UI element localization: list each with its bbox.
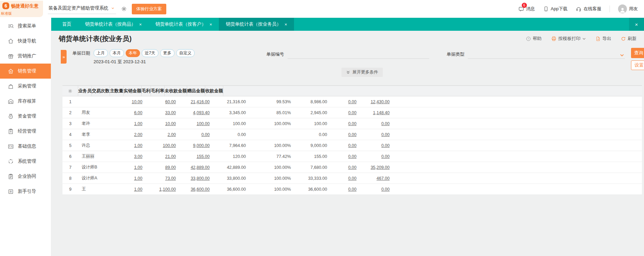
cell-main-quantity[interactable]: 73.00 — [147, 173, 181, 184]
print-by-template-button[interactable]: 按模板打印 — [551, 36, 586, 42]
column-header[interactable]: 未收款金额 — [165, 86, 187, 96]
cell-received-amount[interactable]: 0.00 — [361, 129, 394, 140]
cell-main-quantity[interactable]: 100.00 — [147, 140, 181, 151]
cell-sales-amount[interactable]: 155.00 — [181, 151, 214, 162]
gear-icon[interactable] — [121, 6, 127, 12]
date-range-value[interactable]: 2023-01-01 至 2023-12-31 — [94, 59, 195, 65]
sidebar-item[interactable]: 新手引导 — [0, 184, 51, 199]
cell-transaction-count[interactable]: 1.00 — [113, 140, 147, 151]
cell-transaction-count[interactable]: 1.00 — [113, 173, 147, 184]
expand-more-conditions-button[interactable]: 展开更多条件 — [341, 68, 383, 77]
cell-gift-amount[interactable]: 0.00 — [332, 96, 361, 107]
chevron-down-icon[interactable] — [582, 37, 586, 41]
sidebar-item[interactable]: 营销推广 — [0, 49, 51, 64]
column-header[interactable]: 业务员 — [78, 86, 92, 96]
cell-sales-amount[interactable]: 0.00 — [181, 129, 214, 140]
cell-transaction-count[interactable]: 10.00 — [113, 96, 147, 107]
column-settings-cell[interactable] — [62, 86, 78, 96]
cell-received-amount[interactable]: 0.00 — [361, 184, 394, 194]
trial-solution-button[interactable]: 体验行业方案 — [132, 4, 166, 14]
column-header[interactable]: 赠品金额 — [187, 86, 205, 96]
cell-gift-amount[interactable]: 0.00 — [332, 173, 361, 184]
cell-transaction-count[interactable]: 3.00 — [113, 151, 147, 162]
column-header[interactable]: 实销金额 — [124, 86, 142, 96]
cell-received-amount[interactable]: 12,430.00 — [361, 96, 394, 107]
cell-transaction-count[interactable]: 1.00 — [113, 118, 147, 129]
cell-received-amount[interactable]: 35,209.00 — [361, 162, 394, 173]
cell-sales-amount[interactable]: 36,600.00 — [181, 184, 214, 194]
date-pill[interactable]: 本月 — [110, 49, 124, 57]
close-icon[interactable]: × — [210, 22, 212, 27]
sidebar-item[interactable]: 资金管理 — [0, 109, 51, 124]
cell-sales-amount[interactable]: 100.00 — [181, 118, 214, 129]
app-download-button[interactable]: App下载 — [543, 6, 568, 12]
cell-gift-amount[interactable]: 0.00 — [332, 118, 361, 129]
cell-gift-amount[interactable]: 0.00 — [332, 162, 361, 173]
tab[interactable]: 首页 × — [55, 18, 78, 31]
close-icon[interactable]: × — [139, 22, 142, 27]
sidebar-item[interactable]: 库存核算 — [0, 94, 51, 109]
column-header[interactable]: 主数量 — [110, 86, 124, 96]
column-header[interactable]: 收款金额 — [205, 86, 223, 96]
online-service-button[interactable]: 在线客服 — [576, 6, 601, 12]
column-header[interactable]: 毛利率 — [151, 86, 165, 96]
export-button[interactable]: 导出 — [596, 36, 611, 42]
cell-gift-amount[interactable]: 0.00 — [332, 129, 361, 140]
settings-button[interactable]: 设置 — [631, 60, 644, 70]
cell-received-amount[interactable]: 0.00 — [361, 118, 394, 129]
tab[interactable]: 销货单统计表（按业务员） × — [219, 18, 294, 31]
cell-sales-amount[interactable]: 21,416.00 — [181, 96, 214, 107]
cell-transaction-count[interactable]: 2.00 — [113, 129, 147, 140]
sidebar-item[interactable]: 采购管理 — [0, 79, 51, 94]
cell-received-amount[interactable]: 1,148.40 — [361, 107, 394, 118]
sidebar-item[interactable]: 企业协同 — [0, 169, 51, 184]
close-icon[interactable]: × — [284, 22, 287, 27]
cell-gift-amount[interactable]: 0.00 — [332, 184, 361, 194]
refresh-button[interactable]: 刷新 — [621, 36, 636, 42]
cell-transaction-count[interactable]: 6.00 — [113, 107, 147, 118]
cell-sales-amount[interactable]: 9,000.00 — [181, 140, 214, 151]
cell-transaction-count[interactable]: 1.00 — [113, 184, 147, 194]
sidebar-item[interactable]: 快捷导航 — [0, 33, 51, 49]
tab[interactable]: 销货单统计表（按客户） × — [149, 18, 219, 31]
cell-main-quantity[interactable]: 60.00 — [147, 96, 181, 107]
sidebar-item[interactable]: 基础信息 — [0, 139, 51, 154]
cell-received-amount[interactable]: 0.00 — [361, 140, 394, 151]
sidebar-item[interactable]: 经营管理 — [0, 124, 51, 139]
cell-gift-amount[interactable]: 0.00 — [332, 107, 361, 118]
help-button[interactable]: ? 帮助 — [526, 36, 542, 42]
cell-sales-amount[interactable]: 4,093.40 — [181, 107, 214, 118]
cell-main-quantity[interactable]: 10.00 — [147, 118, 181, 129]
cell-main-quantity[interactable]: 89.00 — [147, 162, 181, 173]
cell-gift-amount[interactable]: 0.00 — [332, 151, 361, 162]
date-pill[interactable]: 更多 — [160, 49, 174, 57]
cell-main-quantity[interactable]: 33.00 — [147, 107, 181, 118]
date-pill[interactable]: 上月 — [94, 49, 108, 57]
cell-gift-amount[interactable]: 0.00 — [332, 140, 361, 151]
cell-main-quantity[interactable]: 1,100.00 — [147, 184, 181, 194]
bill-no-input[interactable] — [288, 51, 429, 59]
cell-sales-amount[interactable]: 33,800.00 — [181, 173, 214, 184]
close-all-tabs-button[interactable]: × — [629, 18, 644, 31]
date-pill[interactable]: 近7天 — [142, 49, 158, 57]
cell-received-amount[interactable]: 467.00 — [361, 173, 394, 184]
cell-main-quantity[interactable]: 21.00 — [147, 151, 181, 162]
cell-received-amount[interactable]: 0.00 — [361, 151, 394, 162]
column-header[interactable]: 交易次数 — [92, 86, 110, 96]
user-menu[interactable]: 用友 — [618, 4, 638, 13]
collapse-filter-expander[interactable]: » — [61, 50, 67, 64]
sidebar-item[interactable]: 搜索菜单 — [0, 18, 51, 33]
cell-transaction-count[interactable]: 1.00 — [113, 162, 147, 173]
date-pill[interactable]: 本年 — [126, 49, 140, 57]
date-pill[interactable]: 自定义 — [176, 49, 195, 57]
bill-type-select[interactable] — [468, 51, 625, 59]
column-header[interactable]: 毛利 — [142, 86, 151, 96]
messages-button[interactable]: 消息 6 — [518, 6, 535, 12]
cell-sales-amount[interactable]: 42,889.00 — [181, 162, 214, 173]
tab[interactable]: 销货单统计表（按商品） × — [78, 18, 149, 31]
sidebar-item[interactable]: 系统管理 — [0, 154, 51, 169]
cell-main-quantity[interactable]: 2.00 — [147, 129, 181, 140]
query-button[interactable]: 查询 — [631, 48, 644, 58]
sidebar-item[interactable]: 销售管理 — [0, 64, 51, 79]
system-select[interactable]: 装备及固定资产辅助管理系统 — [48, 4, 116, 14]
